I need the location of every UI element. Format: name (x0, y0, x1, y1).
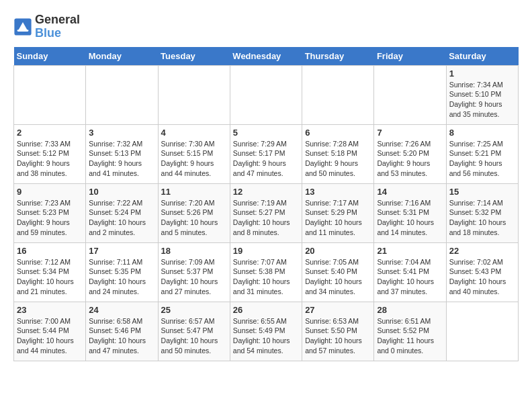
day-info: Sunrise: 7:29 AM Sunset: 5:17 PM Dayligh… (233, 139, 299, 179)
header-day-tuesday: Tuesday (158, 47, 230, 66)
calendar-cell (374, 65, 446, 124)
day-info: Sunrise: 7:25 AM Sunset: 5:21 PM Dayligh… (449, 139, 515, 179)
day-info: Sunrise: 6:55 AM Sunset: 5:49 PM Dayligh… (233, 316, 299, 356)
calendar-cell: 1Sunrise: 7:34 AM Sunset: 5:10 PM Daylig… (446, 65, 518, 124)
day-number: 1 (449, 68, 515, 79)
day-info: Sunrise: 7:28 AM Sunset: 5:18 PM Dayligh… (305, 139, 371, 179)
day-info: Sunrise: 7:19 AM Sunset: 5:27 PM Dayligh… (233, 198, 299, 238)
header-day-thursday: Thursday (302, 47, 374, 66)
header-day-monday: Monday (86, 47, 158, 66)
calendar-cell: 20Sunrise: 7:05 AM Sunset: 5:40 PM Dayli… (302, 242, 374, 302)
calendar-cell (446, 302, 518, 361)
calendar-cell: 4Sunrise: 7:30 AM Sunset: 5:15 PM Daylig… (158, 124, 230, 183)
calendar-cell: 23Sunrise: 7:00 AM Sunset: 5:44 PM Dayli… (14, 302, 86, 361)
day-info: Sunrise: 7:30 AM Sunset: 5:15 PM Dayligh… (161, 139, 227, 179)
calendar-cell (86, 65, 158, 124)
day-number: 9 (17, 187, 83, 197)
day-number: 18 (161, 246, 227, 256)
calendar-cell: 18Sunrise: 7:09 AM Sunset: 5:37 PM Dayli… (158, 242, 230, 302)
day-info: Sunrise: 6:57 AM Sunset: 5:47 PM Dayligh… (161, 316, 227, 356)
day-number: 5 (233, 128, 299, 138)
day-number: 2 (17, 128, 83, 138)
day-number: 17 (89, 246, 154, 256)
week-row-2: 2Sunrise: 7:33 AM Sunset: 5:12 PM Daylig… (14, 124, 519, 183)
day-info: Sunrise: 7:26 AM Sunset: 5:20 PM Dayligh… (377, 139, 443, 179)
day-number: 28 (377, 305, 443, 315)
day-number: 15 (449, 187, 515, 197)
day-info: Sunrise: 7:33 AM Sunset: 5:12 PM Dayligh… (17, 139, 83, 179)
calendar-cell: 5Sunrise: 7:29 AM Sunset: 5:17 PM Daylig… (230, 124, 302, 183)
day-info: Sunrise: 6:53 AM Sunset: 5:50 PM Dayligh… (305, 316, 371, 356)
calendar-cell: 11Sunrise: 7:20 AM Sunset: 5:26 PM Dayli… (158, 183, 230, 242)
day-number: 19 (233, 246, 299, 256)
calendar-header-row: SundayMondayTuesdayWednesdayThursdayFrid… (14, 47, 519, 66)
day-info: Sunrise: 7:07 AM Sunset: 5:38 PM Dayligh… (233, 257, 299, 297)
day-number: 10 (89, 187, 154, 197)
calendar-cell: 25Sunrise: 6:57 AM Sunset: 5:47 PM Dayli… (158, 302, 230, 361)
day-info: Sunrise: 7:20 AM Sunset: 5:26 PM Dayligh… (161, 198, 227, 238)
day-info: Sunrise: 7:11 AM Sunset: 5:35 PM Dayligh… (89, 257, 154, 297)
day-number: 22 (449, 246, 515, 256)
logo-text: GeneralBlue (35, 13, 80, 40)
day-info: Sunrise: 7:02 AM Sunset: 5:43 PM Dayligh… (449, 257, 515, 297)
day-info: Sunrise: 7:12 AM Sunset: 5:34 PM Dayligh… (17, 257, 83, 297)
header-day-friday: Friday (374, 47, 446, 66)
calendar-cell: 21Sunrise: 7:04 AM Sunset: 5:41 PM Dayli… (374, 242, 446, 302)
day-number: 23 (17, 305, 83, 315)
day-info: Sunrise: 7:14 AM Sunset: 5:32 PM Dayligh… (449, 198, 515, 238)
day-number: 21 (377, 246, 443, 256)
calendar-cell: 13Sunrise: 7:17 AM Sunset: 5:29 PM Dayli… (302, 183, 374, 242)
week-row-5: 23Sunrise: 7:00 AM Sunset: 5:44 PM Dayli… (14, 302, 519, 361)
logo-icon (13, 17, 32, 36)
day-number: 6 (305, 128, 371, 138)
day-number: 24 (89, 305, 154, 315)
day-number: 14 (377, 187, 443, 197)
calendar-cell: 7Sunrise: 7:26 AM Sunset: 5:20 PM Daylig… (374, 124, 446, 183)
calendar-cell: 10Sunrise: 7:22 AM Sunset: 5:24 PM Dayli… (86, 183, 158, 242)
calendar-cell: 12Sunrise: 7:19 AM Sunset: 5:27 PM Dayli… (230, 183, 302, 242)
calendar-cell: 24Sunrise: 6:58 AM Sunset: 5:46 PM Dayli… (86, 302, 158, 361)
day-number: 4 (161, 128, 227, 138)
week-row-4: 16Sunrise: 7:12 AM Sunset: 5:34 PM Dayli… (14, 242, 519, 302)
calendar-cell: 9Sunrise: 7:23 AM Sunset: 5:23 PM Daylig… (14, 183, 86, 242)
svg-rect-2 (17, 30, 29, 32)
calendar-cell (302, 65, 374, 124)
week-row-1: 1Sunrise: 7:34 AM Sunset: 5:10 PM Daylig… (14, 65, 519, 124)
header-day-sunday: Sunday (14, 47, 86, 66)
header: GeneralBlue (13, 13, 519, 40)
day-number: 25 (161, 305, 227, 315)
day-number: 12 (233, 187, 299, 197)
calendar-cell: 27Sunrise: 6:53 AM Sunset: 5:50 PM Dayli… (302, 302, 374, 361)
calendar-cell: 14Sunrise: 7:16 AM Sunset: 5:31 PM Dayli… (374, 183, 446, 242)
day-info: Sunrise: 7:00 AM Sunset: 5:44 PM Dayligh… (17, 316, 83, 356)
header-day-saturday: Saturday (446, 47, 518, 66)
day-number: 11 (161, 187, 227, 197)
day-info: Sunrise: 7:05 AM Sunset: 5:40 PM Dayligh… (305, 257, 371, 297)
calendar-cell: 19Sunrise: 7:07 AM Sunset: 5:38 PM Dayli… (230, 242, 302, 302)
calendar-cell: 16Sunrise: 7:12 AM Sunset: 5:34 PM Dayli… (14, 242, 86, 302)
calendar-cell (230, 65, 302, 124)
day-number: 8 (449, 128, 515, 138)
day-number: 7 (377, 128, 443, 138)
header-day-wednesday: Wednesday (230, 47, 302, 66)
day-info: Sunrise: 6:58 AM Sunset: 5:46 PM Dayligh… (89, 316, 154, 356)
calendar-cell (14, 65, 86, 124)
day-info: Sunrise: 7:09 AM Sunset: 5:37 PM Dayligh… (161, 257, 227, 297)
day-info: Sunrise: 6:51 AM Sunset: 5:52 PM Dayligh… (377, 316, 443, 356)
logo: GeneralBlue (13, 13, 80, 40)
calendar-cell: 3Sunrise: 7:32 AM Sunset: 5:13 PM Daylig… (86, 124, 158, 183)
day-number: 26 (233, 305, 299, 315)
calendar-cell: 15Sunrise: 7:14 AM Sunset: 5:32 PM Dayli… (446, 183, 518, 242)
day-info: Sunrise: 7:23 AM Sunset: 5:23 PM Dayligh… (17, 198, 83, 238)
day-number: 3 (89, 128, 154, 138)
calendar-cell: 8Sunrise: 7:25 AM Sunset: 5:21 PM Daylig… (446, 124, 518, 183)
day-info: Sunrise: 7:32 AM Sunset: 5:13 PM Dayligh… (89, 139, 154, 179)
calendar-cell: 26Sunrise: 6:55 AM Sunset: 5:49 PM Dayli… (230, 302, 302, 361)
calendar-cell: 17Sunrise: 7:11 AM Sunset: 5:35 PM Dayli… (86, 242, 158, 302)
calendar-cell: 2Sunrise: 7:33 AM Sunset: 5:12 PM Daylig… (14, 124, 86, 183)
day-info: Sunrise: 7:16 AM Sunset: 5:31 PM Dayligh… (377, 198, 443, 238)
day-number: 16 (17, 246, 83, 256)
day-number: 27 (305, 305, 371, 315)
calendar-cell: 28Sunrise: 6:51 AM Sunset: 5:52 PM Dayli… (374, 302, 446, 361)
day-info: Sunrise: 7:22 AM Sunset: 5:24 PM Dayligh… (89, 198, 154, 238)
